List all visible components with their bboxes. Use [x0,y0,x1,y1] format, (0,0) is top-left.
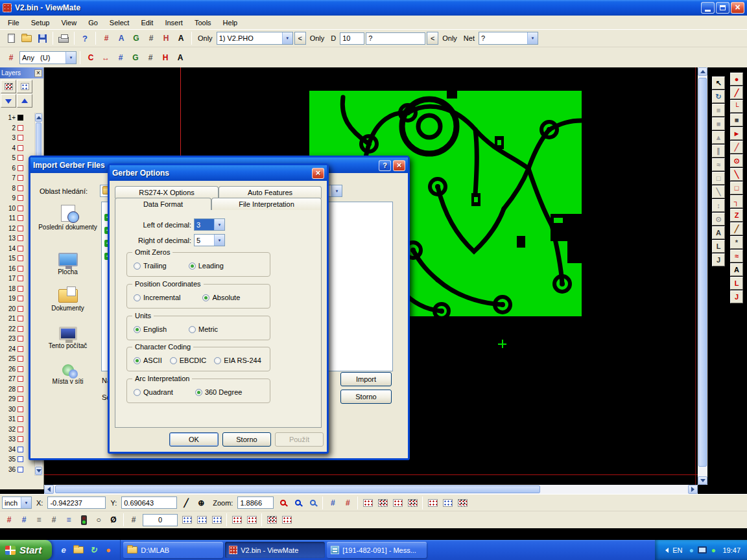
move-layer-up-icon[interactable] [17,94,32,108]
dot-grid-3-icon[interactable] [209,513,224,527]
layer-swatch[interactable] [18,436,23,442]
print-icon[interactable] [56,31,71,45]
import-button[interactable]: Import [340,372,392,386]
aperture-info-icon[interactable]: A [114,31,128,45]
language-indicator[interactable]: EN [672,546,682,554]
step-field[interactable]: 0 [143,514,178,526]
swap-arrows-icon[interactable]: ↔ [99,51,113,65]
new-file-icon[interactable] [4,31,18,45]
layer-swatch[interactable] [18,215,23,221]
a-text-icon[interactable]: A [173,51,187,65]
hatch-grid-icon[interactable]: # [143,51,158,65]
layer-swatch[interactable] [18,226,23,231]
tab-auto-features[interactable]: Auto Features [219,186,322,198]
zoom-out-icon[interactable] [305,496,320,510]
layer-swatch[interactable] [18,396,23,402]
apply-button[interactable]: Použít [275,432,324,447]
draw-filled-rect-icon[interactable]: ■ [730,113,743,126]
layer-swatch[interactable] [18,205,23,211]
ok-button[interactable]: OK [169,432,219,447]
move-layer-down-icon[interactable] [1,94,16,108]
diameter-tool-icon[interactable]: Ø [106,513,121,527]
only-net-label[interactable]: Only [440,34,460,42]
measure-diagonal-icon[interactable]: ╱ [179,496,193,510]
layer-stack-icon[interactable]: ≡ [712,104,725,117]
layer-swatch[interactable] [18,426,23,432]
horizontal-scrollbar[interactable] [44,485,698,494]
scroll-up-icon[interactable] [35,113,42,122]
zoom-window-icon[interactable] [290,496,305,510]
display-tray-icon[interactable] [697,545,707,555]
selection-grid-icon[interactable]: # [4,51,18,65]
annotate-icon[interactable]: A [174,31,188,45]
any-filter-combo[interactable]: Any (U) [19,51,77,64]
layers-colors-icon[interactable] [17,80,32,93]
gear-icon[interactable]: * [730,236,743,249]
chevron-down-icon[interactable] [527,32,538,44]
draw-target-icon[interactable]: ⊙ [730,154,743,167]
layer-row[interactable]: 1+ [0,113,34,123]
menu-item-help[interactable]: Help [217,17,244,29]
draw-slash-icon[interactable]: ╲ [730,168,743,181]
units-combo[interactable]: inch [2,496,32,509]
dot-grid-2-icon[interactable] [195,513,209,527]
menu-item-go[interactable]: Go [82,17,104,29]
radio-button-icon[interactable] [134,294,141,301]
clock[interactable]: 19:47 [722,546,741,554]
layers-panel-header[interactable]: Layers [0,67,43,78]
layer-swatch[interactable] [18,326,23,332]
radio-metric[interactable]: Metric [189,325,218,333]
layer-swatch[interactable] [18,306,23,312]
layer-swatch[interactable] [18,266,23,272]
pad-pattern-4-icon[interactable] [405,496,420,510]
menu-item-file[interactable]: File [2,17,25,29]
layer-swatch[interactable] [18,416,23,422]
context-help-icon[interactable]: ? [78,31,92,45]
radio-ascii[interactable]: ASCII [134,356,162,364]
place-item-3[interactable]: Tento počítač [36,327,100,349]
taskbar-task[interactable]: V2.bin - ViewMate [225,542,325,558]
refresh-icon[interactable]: ↻ [87,544,100,557]
radio-button-icon[interactable] [134,326,141,333]
radio-360-degree[interactable]: 360 Degree [195,388,243,396]
draw-pad-icon[interactable]: ● [730,73,743,86]
hook-icon[interactable]: J [712,253,725,266]
layer-swatch[interactable] [18,286,23,292]
dcode-prev-button[interactable]: < [294,32,306,45]
radio-incremental[interactable]: Incremental [134,294,180,301]
dcode-table-icon[interactable]: # [99,31,113,45]
menu-item-insert[interactable]: Insert [159,17,189,29]
active-layer-combo[interactable]: 1) V2.PHO [217,32,293,45]
scroll-up-icon[interactable] [698,67,707,76]
scrollbar-thumb[interactable] [698,78,707,467]
layer-row[interactable]: 3 [0,133,34,143]
film-pattern-2-icon[interactable] [440,496,455,510]
radio-button-icon[interactable] [214,357,221,364]
place-item-0[interactable]: Poslední dokumenty [36,205,100,231]
layer-swatch[interactable] [18,115,23,121]
title-bar[interactable]: V2.bin - ViewMate [0,0,747,16]
draw-line-icon[interactable]: ╱ [730,141,743,154]
diagonal-icon[interactable]: ╲ [712,185,725,198]
menu-item-setup[interactable]: Setup [25,17,56,29]
restore-icon[interactable] [716,2,729,14]
red-pattern-2-icon[interactable] [244,513,259,527]
layer-row[interactable]: 36 [0,465,34,475]
layer-swatch[interactable] [18,235,23,241]
chevron-down-icon[interactable] [65,52,76,64]
dcode-input[interactable]: 10 [340,32,364,45]
layer-swatch[interactable] [18,185,23,191]
help-icon[interactable] [379,160,391,171]
radio-quadrant[interactable]: Quadrant [134,388,173,396]
pointer-icon[interactable]: ↖ [712,76,725,89]
radio-eia-rs-244[interactable]: EIA RS-244 [214,356,261,364]
tab-file-interpretation[interactable]: File Interpretation [211,198,322,210]
grid-blue-icon[interactable]: # [326,496,340,510]
radio-button-icon[interactable] [134,389,141,396]
layer-swatch[interactable] [18,155,23,161]
units-grid-icon[interactable]: # [2,513,16,527]
draw-bend-icon[interactable]: ┐ [730,195,743,208]
scroll-down-icon[interactable] [35,467,42,475]
layer-swatch[interactable] [18,386,23,392]
only-layer-label[interactable]: Only [195,34,215,42]
